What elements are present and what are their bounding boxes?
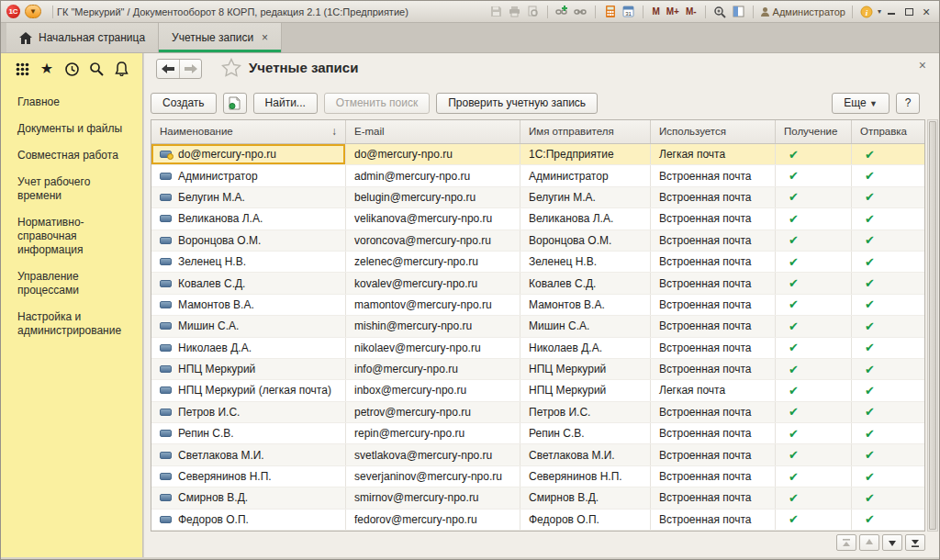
cell-used[interactable]: Встроенная почта: [651, 402, 776, 422]
column-header-name[interactable]: Наименование ↓: [151, 120, 346, 143]
cell-receive-check-icon[interactable]: ✔: [776, 466, 852, 487]
cell-email[interactable]: belugin@mercury-npo.ru: [346, 187, 520, 207]
cell-send-check-icon[interactable]: ✔: [852, 338, 924, 358]
column-header-sender[interactable]: Имя отправителя: [520, 120, 651, 143]
print-preview-icon[interactable]: [525, 5, 541, 19]
cell-receive-check-icon[interactable]: ✔: [776, 144, 852, 164]
cell-used[interactable]: Встроенная почта: [651, 252, 776, 272]
cell-receive-check-icon[interactable]: ✔: [776, 252, 852, 272]
cell-name[interactable]: Мишин С.А.: [151, 316, 346, 336]
scroll-to-bottom-button[interactable]: [905, 534, 925, 551]
sidebar-item-3[interactable]: Учет рабочего времени: [17, 175, 133, 203]
cell-used[interactable]: Встроенная почта: [651, 510, 776, 530]
cell-name[interactable]: Воронцова О.М.: [151, 230, 346, 251]
table-row[interactable]: Светлакова М.И.svetlakova@mercury-npo.ru…: [151, 444, 924, 465]
table-row[interactable]: НПЦ Меркурийinfo@mercury-npo.ruНПЦ Мерку…: [151, 359, 924, 380]
table-row[interactable]: Воронцова О.М.voroncova@mercury-npo.ruВо…: [151, 230, 924, 252]
cell-name[interactable]: Администратор: [151, 165, 346, 185]
table-row[interactable]: Николаев Д.А.nikolaev@mercury-npo.ruНико…: [151, 338, 924, 359]
cell-used[interactable]: Встроенная почта: [651, 316, 776, 336]
table-row[interactable]: Мишин С.А.mishin@mercury-npo.ruМишин С.А…: [151, 316, 924, 337]
sidebar-item-2[interactable]: Совместная работа: [17, 149, 133, 162]
save-icon[interactable]: [488, 5, 504, 19]
cell-email[interactable]: zelenec@mercury-npo.ru: [346, 252, 520, 272]
cell-send-check-icon[interactable]: ✔: [852, 359, 924, 379]
cell-send-check-icon[interactable]: ✔: [852, 295, 924, 315]
cell-receive-check-icon[interactable]: ✔: [776, 402, 852, 422]
cell-email[interactable]: velikanova@mercury-npo.ru: [346, 208, 520, 229]
cell-send-check-icon[interactable]: ✔: [852, 487, 924, 508]
tab-accounts[interactable]: Учетные записи ×: [159, 23, 282, 52]
cell-receive-check-icon[interactable]: ✔: [776, 359, 852, 379]
cell-email[interactable]: repin@mercury-npo.ru: [346, 423, 520, 443]
add-link-icon[interactable]: [554, 5, 570, 19]
cell-sender[interactable]: Репин С.В.: [520, 423, 651, 443]
cell-name[interactable]: Зеленец Н.В.: [151, 252, 346, 272]
print-icon[interactable]: [507, 5, 522, 19]
cell-used[interactable]: Встроенная почта: [651, 338, 776, 358]
cell-name[interactable]: Белугин М.А.: [151, 187, 346, 207]
cell-receive-check-icon[interactable]: ✔: [776, 187, 852, 207]
cell-receive-check-icon[interactable]: ✔: [776, 230, 852, 251]
cell-sender[interactable]: Воронцова О.М.: [520, 230, 651, 251]
cell-used[interactable]: Встроенная почта: [651, 187, 776, 207]
cell-email[interactable]: do@mercury-npo.ru: [346, 144, 520, 164]
sidebar-item-5[interactable]: Управление процессами: [17, 270, 133, 297]
cell-send-check-icon[interactable]: ✔: [852, 402, 924, 422]
scrollbar-thumb[interactable]: [929, 121, 936, 530]
cell-sender[interactable]: НПЦ Меркурий: [520, 380, 651, 400]
cell-used[interactable]: Легкая почта: [651, 380, 776, 400]
cell-send-check-icon[interactable]: ✔: [852, 380, 924, 400]
close-form-icon[interactable]: ×: [919, 58, 926, 73]
cell-name[interactable]: НПЦ Меркурий (легкая почта): [151, 380, 346, 400]
column-header-email[interactable]: E-mail: [346, 120, 520, 143]
go-to-link-icon[interactable]: [573, 5, 588, 19]
cell-name[interactable]: do@mercury-npo.ru: [151, 144, 346, 164]
cell-send-check-icon[interactable]: ✔: [852, 273, 924, 293]
cell-send-check-icon[interactable]: ✔: [852, 208, 924, 229]
cell-used[interactable]: Встроенная почта: [651, 295, 776, 315]
memory-recall-button[interactable]: M: [650, 6, 661, 17]
sidebar-item-4[interactable]: Нормативно-справочная информация: [17, 216, 133, 257]
cell-email[interactable]: svetlakova@mercury-npo.ru: [346, 444, 520, 465]
column-header-used[interactable]: Используется: [651, 120, 776, 143]
cell-name[interactable]: Мамонтов В.А.: [151, 295, 346, 315]
table-row[interactable]: Репин С.В.repin@mercury-npo.ruРепин С.В.…: [151, 423, 924, 444]
tab-home[interactable]: Начальная страница: [6, 23, 159, 52]
cell-email[interactable]: smirnov@mercury-npo.ru: [346, 487, 520, 508]
cell-sender[interactable]: Великанова Л.А.: [520, 208, 651, 229]
table-row[interactable]: Мамонтов В.А.mamontov@mercury-npo.ruМамо…: [151, 295, 924, 316]
cell-used[interactable]: Встроенная почта: [651, 487, 776, 508]
cell-email[interactable]: voroncova@mercury-npo.ru: [346, 230, 520, 251]
table-row[interactable]: Администраторadmin@mercury-npo.ruАдминис…: [151, 165, 924, 186]
cell-send-check-icon[interactable]: ✔: [852, 316, 924, 336]
cell-receive-check-icon[interactable]: ✔: [776, 295, 852, 315]
info-dropdown-caret[interactable]: ▾: [878, 7, 881, 16]
add-to-favorites-star-icon[interactable]: [221, 58, 241, 77]
create-by-copy-button[interactable]: [223, 93, 247, 114]
cell-used[interactable]: Встроенная почта: [651, 208, 776, 229]
table-row[interactable]: Великанова Л.А.velikanova@mercury-npo.ru…: [151, 208, 924, 230]
cell-sender[interactable]: Северянинов Н.П.: [520, 466, 651, 487]
close-window-button[interactable]: ×: [919, 5, 934, 19]
cell-send-check-icon[interactable]: ✔: [852, 230, 924, 251]
cell-email[interactable]: kovalev@mercury-npo.ru: [346, 273, 520, 293]
memory-minus-button[interactable]: M-: [684, 6, 699, 17]
minimize-button[interactable]: [884, 5, 899, 19]
cell-email[interactable]: info@mercury-npo.ru: [346, 359, 520, 379]
cell-receive-check-icon[interactable]: ✔: [776, 208, 852, 229]
create-button[interactable]: Создать: [151, 93, 217, 114]
cell-used[interactable]: Встроенная почта: [651, 359, 776, 379]
column-header-receive[interactable]: Получение: [776, 120, 852, 143]
cell-send-check-icon[interactable]: ✔: [852, 187, 924, 207]
find-button[interactable]: Найти...: [253, 93, 318, 114]
cell-receive-check-icon[interactable]: ✔: [776, 273, 852, 293]
tab-close-icon[interactable]: ×: [262, 31, 268, 44]
cell-email[interactable]: nikolaev@mercury-npo.ru: [346, 338, 520, 358]
cell-name[interactable]: Николаев Д.А.: [151, 338, 346, 358]
table-row[interactable]: Смирнов В.Д.smirnov@mercury-npo.ruСмирно…: [151, 487, 924, 509]
back-button[interactable]: [157, 60, 179, 78]
favorites-icon[interactable]: ★: [39, 61, 55, 77]
table-row[interactable]: Федоров О.П.fedorov@mercury-npo.ruФедоро…: [151, 510, 924, 531]
cell-used[interactable]: Встроенная почта: [651, 273, 776, 293]
